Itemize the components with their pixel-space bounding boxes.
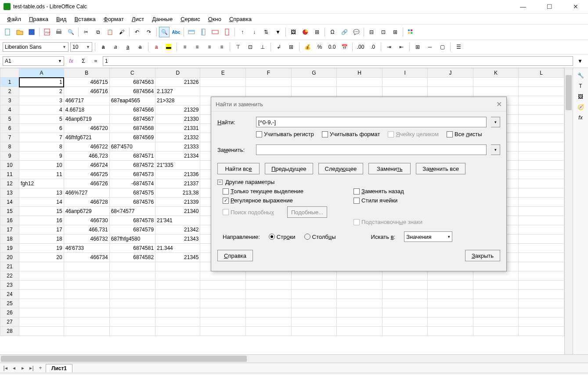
direction-rows-radio[interactable]: Строки <box>269 234 296 240</box>
tab-next-icon[interactable]: ▸ <box>19 365 26 371</box>
cell-D3[interactable]: 21>328 <box>155 96 200 105</box>
cell-A9[interactable]: 9 <box>19 151 64 161</box>
cell-C5[interactable]: 6874567 <box>109 115 155 124</box>
tab-last-icon[interactable]: ▸| <box>28 365 35 371</box>
pdf-icon[interactable]: PDF <box>42 27 52 37</box>
row-header-6[interactable]: 6 <box>0 124 19 133</box>
cell-C25[interactable] <box>109 299 155 308</box>
cell-E1[interactable] <box>200 78 246 87</box>
cell-F2[interactable] <box>246 87 292 96</box>
replace-history-dropdown[interactable]: ▾ <box>491 144 500 155</box>
cell-C17[interactable]: 6874579 <box>109 225 155 234</box>
filter-icon[interactable]: ▼ <box>273 27 283 37</box>
replace-button[interactable]: Заменить <box>368 163 411 174</box>
col-header-L[interactable]: L <box>519 69 564 78</box>
cell-A14[interactable]: 14 <box>19 198 64 207</box>
cell-F26[interactable] <box>246 308 292 317</box>
pivot-icon[interactable]: ⊞ <box>312 27 322 37</box>
row-header-11[interactable]: 11 <box>0 170 19 179</box>
cell-A15[interactable]: 15 <box>19 207 64 216</box>
cell-C23[interactable] <box>109 281 155 290</box>
cell-B10[interactable]: 466724 <box>64 161 109 170</box>
cell-C13[interactable]: 6874575 <box>109 188 155 198</box>
cell-C4[interactable]: 6874566 <box>109 105 155 115</box>
dialog-close-icon[interactable]: ✕ <box>496 100 502 108</box>
cell-D25[interactable] <box>155 299 200 308</box>
print-icon[interactable] <box>54 27 64 37</box>
cell-H25[interactable] <box>337 299 382 308</box>
cell-B8[interactable]: 466722 <box>64 142 109 151</box>
cell-C12[interactable]: -6874574 <box>109 179 155 188</box>
cell-C6[interactable]: 6874568 <box>109 124 155 133</box>
cell-G26[interactable] <box>291 308 337 317</box>
dec-inc-icon[interactable]: .00 <box>355 42 366 52</box>
cell-C14[interactable]: 6874576 <box>109 198 155 207</box>
cell-B5[interactable]: 46апр6719 <box>64 115 109 124</box>
col-header-K[interactable]: K <box>473 69 519 78</box>
font-size-combo[interactable]: 10▼ <box>70 42 92 52</box>
cell-A4[interactable]: 4 <box>19 105 64 115</box>
menu-вид[interactable]: Вид <box>53 15 70 23</box>
cell-B18[interactable]: 466732 <box>64 234 109 244</box>
cell-L22[interactable] <box>519 271 564 281</box>
row-header-4[interactable]: 4 <box>0 105 19 115</box>
row-icon[interactable] <box>186 27 197 37</box>
cell-H24[interactable] <box>337 290 382 299</box>
cell-I25[interactable] <box>382 299 428 308</box>
number-icon[interactable]: 0.0 <box>327 42 337 52</box>
menu-правка[interactable]: Правка <box>25 15 52 23</box>
cell-D6[interactable]: 21331 <box>155 124 200 133</box>
formula-icon[interactable]: = <box>90 56 101 66</box>
function-wizard-icon[interactable]: fx <box>66 56 76 66</box>
formula-expand-icon[interactable]: ▼ <box>575 56 585 66</box>
cell-A8[interactable]: 8 <box>19 142 64 151</box>
comment-icon[interactable]: 💬 <box>351 27 361 37</box>
cell-A27[interactable] <box>19 317 64 327</box>
save-icon[interactable] <box>26 27 37 37</box>
row-header-3[interactable]: 3 <box>0 96 19 105</box>
cell-L20[interactable] <box>519 253 564 262</box>
grid-icon[interactable] <box>405 27 416 37</box>
cell-L14[interactable] <box>519 198 564 207</box>
cell-A24[interactable] <box>19 290 64 299</box>
cell-L28[interactable] <box>519 327 564 336</box>
cell-J27[interactable] <box>428 317 473 327</box>
formula-input[interactable]: 1 <box>103 56 573 66</box>
cell-C11[interactable]: 6874573 <box>109 170 155 179</box>
cell-B21[interactable] <box>64 262 109 271</box>
cell-C7[interactable]: 6874569 <box>109 133 155 142</box>
col-header-J[interactable]: J <box>428 69 473 78</box>
row-header-15[interactable]: 15 <box>0 207 19 216</box>
merge-icon[interactable]: ⊞ <box>286 42 296 52</box>
cell-B19[interactable]: 46'6733 <box>64 244 109 253</box>
cell-B9[interactable]: 466,723 <box>64 151 109 161</box>
cell-H27[interactable] <box>337 317 382 327</box>
cell-D7[interactable]: 21332 <box>155 133 200 142</box>
cell-D28[interactable] <box>155 327 200 336</box>
underline-icon[interactable]: a <box>123 42 133 52</box>
match-format-checkbox[interactable]: Учитывать формат <box>322 131 380 137</box>
replace-all-button[interactable]: Заменить все <box>416 163 465 174</box>
cell-E27[interactable] <box>200 317 246 327</box>
cell-G27[interactable] <box>291 317 337 327</box>
maximize-button[interactable]: ☐ <box>541 3 558 10</box>
find-history-dropdown[interactable]: ▾ <box>491 117 500 127</box>
cell-A1[interactable]: 1 <box>19 78 64 87</box>
cell-F28[interactable] <box>246 327 292 336</box>
cell-F22[interactable] <box>246 271 292 281</box>
properties-icon[interactable]: 🔧 <box>577 72 584 79</box>
search-in-combo[interactable]: Значения▾ <box>404 231 452 242</box>
cell-D13[interactable]: 213,38 <box>155 188 200 198</box>
spellcheck-icon[interactable]: Abc <box>171 27 181 37</box>
cell-D10[interactable]: 21"335 <box>155 161 200 170</box>
undo-icon[interactable]: ↶ <box>132 27 142 37</box>
find-all-button[interactable]: Найти все <box>217 163 260 174</box>
cell-B15[interactable]: 46апр6729 <box>64 207 109 216</box>
backwards-checkbox[interactable]: Заменять назад <box>354 188 422 195</box>
freeze-icon[interactable]: ⊡ <box>378 27 389 37</box>
cell-L24[interactable] <box>519 290 564 299</box>
cell-L2[interactable] <box>519 87 564 96</box>
cell-C2[interactable]: 6874564 <box>109 87 155 96</box>
cell-A22[interactable] <box>19 271 64 281</box>
cell-K27[interactable] <box>473 317 519 327</box>
